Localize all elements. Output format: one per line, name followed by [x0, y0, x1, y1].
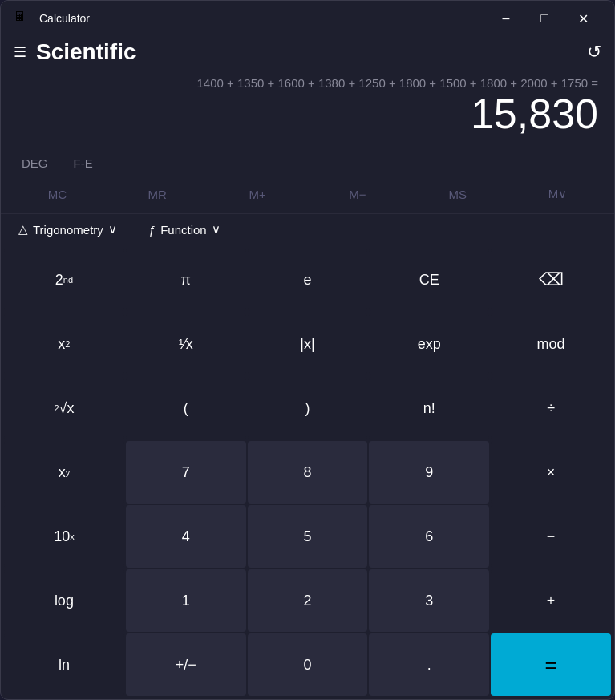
- func-label: Function: [160, 223, 207, 237]
- func-arrow-icon: ∨: [212, 222, 221, 237]
- e-button[interactable]: e: [248, 249, 368, 311]
- lparen-button[interactable]: (: [126, 377, 246, 439]
- 9-button[interactable]: 9: [369, 441, 489, 504]
- 6-button[interactable]: 6: [369, 505, 489, 568]
- function-dropdown[interactable]: ƒ Function ∨: [143, 219, 227, 240]
- abs-button[interactable]: |x|: [248, 313, 368, 375]
- x2-button[interactable]: x2: [4, 313, 124, 375]
- ce-button[interactable]: CE: [369, 249, 489, 311]
- ms-button[interactable]: MS: [409, 178, 506, 210]
- trig-arrow-icon: ∨: [108, 222, 117, 237]
- 0-button[interactable]: 0: [248, 633, 368, 696]
- mode-row: DEG F-E: [1, 152, 614, 175]
- rparen-button[interactable]: ): [248, 377, 368, 439]
- expression: 1400 + 1350 + 1600 + 1380 + 1250 + 1800 …: [17, 75, 598, 91]
- 8-button[interactable]: 8: [248, 441, 368, 504]
- 7-button[interactable]: 7: [126, 441, 246, 504]
- title-bar-controls: – □ ✕: [488, 6, 601, 31]
- multiply-button[interactable]: ×: [491, 441, 611, 504]
- 3-button[interactable]: 3: [369, 569, 489, 632]
- minimize-button[interactable]: –: [488, 6, 524, 31]
- mplus-button[interactable]: M+: [209, 178, 306, 210]
- log-button[interactable]: log: [4, 569, 124, 632]
- deg-button[interactable]: DEG: [17, 155, 53, 172]
- trig-icon: △: [18, 222, 28, 237]
- calculator-window: 🖩 Calculator – □ ✕ ☰ Scientific ↺ 1400 +…: [0, 0, 615, 700]
- pi-button[interactable]: π: [126, 249, 246, 311]
- 1x-button[interactable]: ¹⁄x: [126, 313, 246, 375]
- sqrt-button[interactable]: 2√x: [4, 377, 124, 439]
- fe-button[interactable]: F-E: [69, 155, 98, 172]
- button-grid: 2ndπeCE⌫x2¹⁄x|x|expmod2√x()n!÷xy789×10x4…: [1, 245, 614, 699]
- 10x-button[interactable]: 10x: [4, 505, 124, 568]
- plusminus-button[interactable]: +/−: [126, 633, 246, 696]
- 4-button[interactable]: 4: [126, 505, 246, 568]
- ln-button[interactable]: ln: [4, 633, 124, 696]
- exp-button[interactable]: exp: [369, 313, 489, 375]
- result: 15,830: [17, 91, 598, 137]
- mr-button[interactable]: MR: [109, 178, 206, 210]
- 5-button[interactable]: 5: [248, 505, 368, 568]
- 1-button[interactable]: 1: [126, 569, 246, 632]
- nfact-button[interactable]: n!: [369, 377, 489, 439]
- menu-icon[interactable]: ☰: [14, 43, 26, 61]
- title-bar: 🖩 Calculator – □ ✕: [1, 1, 614, 36]
- trig-label: Trigonometry: [33, 223, 103, 237]
- backspace-button[interactable]: ⌫: [491, 249, 611, 311]
- equals-button[interactable]: =: [491, 633, 611, 696]
- decimal-button[interactable]: .: [369, 633, 489, 696]
- add-button[interactable]: +: [491, 569, 611, 632]
- func-row: △ Trigonometry ∨ ƒ Function ∨: [1, 213, 614, 245]
- history-button[interactable]: ↺: [587, 42, 601, 63]
- 2nd-button[interactable]: 2nd: [4, 249, 124, 311]
- mc-button[interactable]: MC: [9, 178, 106, 210]
- xy-button[interactable]: xy: [4, 441, 124, 504]
- mv-button[interactable]: M∨: [509, 178, 606, 210]
- display: 1400 + 1350 + 1600 + 1380 + 1250 + 1800 …: [1, 71, 614, 152]
- mod-button[interactable]: mod: [491, 313, 611, 375]
- app-icon: 🖩: [14, 10, 31, 27]
- app-title: Calculator: [39, 12, 90, 25]
- trigonometry-dropdown[interactable]: △ Trigonometry ∨: [12, 219, 123, 240]
- title-bar-left: 🖩 Calculator: [14, 10, 90, 27]
- 2-button[interactable]: 2: [248, 569, 368, 632]
- subtract-button[interactable]: −: [491, 505, 611, 568]
- mminus-button[interactable]: M−: [309, 178, 406, 210]
- memory-row: MC MR M+ M− MS M∨: [1, 175, 614, 213]
- maximize-button[interactable]: □: [526, 6, 563, 31]
- func-f-icon: ƒ: [149, 223, 156, 237]
- close-button[interactable]: ✕: [564, 6, 601, 31]
- header: ☰ Scientific ↺: [1, 36, 614, 71]
- divide-button[interactable]: ÷: [491, 377, 611, 439]
- header-left: ☰ Scientific: [14, 39, 136, 65]
- mode-title: Scientific: [36, 39, 136, 65]
